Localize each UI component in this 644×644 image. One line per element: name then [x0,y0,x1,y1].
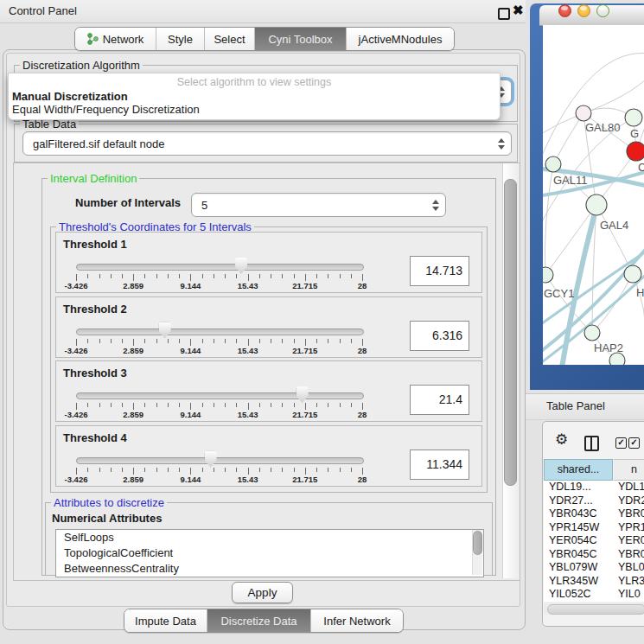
slider-thumb[interactable] [205,451,217,468]
apply-button[interactable]: Apply [232,582,293,603]
table-cell[interactable]: YBR0 [618,548,644,560]
slider-thumb[interactable] [296,386,309,403]
slider-thumb[interactable] [235,258,247,274]
slider-track[interactable] [76,392,364,399]
slider-tick-label: 21.715 [292,346,317,355]
threshold-value-field[interactable]: 6.316 [410,321,469,351]
tab-impute-data[interactable]: Impute Data [124,609,207,632]
network-node[interactable] [627,142,644,161]
checkbox-icon[interactable]: ✓ [615,437,627,449]
table-cell[interactable]: YBL079W [549,561,597,573]
combo-arrows-icon [492,138,511,150]
slider-tick-label: 9.144 [181,410,201,419]
tab-cyni-toolbox[interactable]: Cyni Toolbox [255,28,347,50]
slider-tick-label: 28 [358,410,367,419]
network-window-titlebar[interactable] [539,5,644,26]
slider-track[interactable] [76,264,364,271]
threshold-value-field[interactable]: 21.4 [410,385,469,415]
table-cell[interactable]: YDL19... [549,481,591,493]
table-cell[interactable]: YER054C [549,534,597,546]
table-data-combobox[interactable]: galFiltered.sif default node [22,131,512,156]
slider-thumb[interactable] [159,322,171,339]
tab-select[interactable]: Select [205,28,255,50]
number-of-intervals-combobox[interactable]: 5 [191,193,446,217]
threshold-row: Threshold 2-3.4262.8599.14415.4321.71528… [55,296,482,358]
network-node-label: C [638,161,644,174]
attributes-group-title: Attributes to discretize [51,496,167,509]
table-cell[interactable]: YBL0 [618,561,644,573]
float-window-icon[interactable] [498,8,510,20]
network-node[interactable] [545,156,561,172]
slider-tick-label: 21.715 [292,475,317,484]
tab-network[interactable]: Network [75,28,156,50]
tab-discretize-data[interactable]: Discretize Data [207,609,311,632]
column-header-name[interactable]: n [614,459,644,481]
threshold-value-field[interactable]: 14.713 [410,256,469,286]
table-cell[interactable]: YER0 [618,534,644,546]
tab-infer-network[interactable]: Infer Network [311,609,403,632]
node-table[interactable]: YDL19...YDL1YDR27...YDR2YBR043CYBR0YPR14… [544,481,644,602]
slider-tick-label: 2.859 [123,410,143,419]
table-cell[interactable]: YDR2 [618,494,644,507]
network-node[interactable] [543,267,553,283]
numerical-attributes-label: Numerical Attributes [52,512,162,525]
threshold-label: Threshold 4 [63,431,127,444]
table-cell[interactable]: YPR145W [549,521,599,533]
table-panel-title: Table Panel [546,399,605,412]
network-node[interactable] [584,325,600,341]
slider-tick-label: 15.43 [238,346,258,355]
gear-icon[interactable]: ⚙ [555,432,568,447]
network-node[interactable] [625,109,642,126]
table-cell[interactable]: YPR1 [618,521,644,533]
table-cell[interactable]: YDR27... [549,494,593,507]
slider-tick-label: 2.859 [123,281,143,290]
tab-style[interactable]: Style [156,28,205,50]
table-cell[interactable]: YLR345W [549,575,598,587]
slider-track[interactable] [76,457,364,464]
network-node[interactable] [576,105,591,121]
network-canvas[interactable]: GAL80GCGAL11GAL4GCY1HHAP2 [543,25,644,365]
split-columns-icon[interactable] [584,436,599,451]
number-of-intervals-label: Number of Intervals [75,196,181,209]
table-data-value: galFiltered.sif default node [23,137,492,150]
threshold-value-field[interactable]: 11.344 [410,450,469,480]
dropdown-option[interactable]: Manual Discretization [12,90,128,103]
slider-tick-label: -3.426 [65,346,88,355]
app-window: Control Panel ✖ Network Style Select Cyn… [0,0,644,644]
close-traffic-light[interactable] [558,4,571,17]
table-cell[interactable]: YBR045C [549,548,597,560]
table-cell[interactable]: YIL0 [618,588,641,600]
network-node[interactable] [609,353,625,365]
horizontal-scrollbar-thumb[interactable] [547,604,644,615]
slider-tick-label: 21.715 [292,410,317,419]
table-cell[interactable]: YBR043C [549,507,597,520]
close-icon[interactable]: ✖ [513,3,524,18]
column-header-shared[interactable]: shared... [544,459,613,481]
number-of-intervals-value: 5 [192,199,426,212]
threshold-label: Threshold 3 [63,367,127,379]
minimize-traffic-light[interactable] [577,4,590,17]
table-cell[interactable]: YLR3 [618,575,644,587]
dropdown-option[interactable]: Equal Width/Frequency Discretization [12,103,200,116]
slider-track[interactable] [76,328,364,335]
slider-tick-label: 15.43 [238,410,258,419]
table-cell[interactable]: YBR0 [618,507,644,520]
network-node-label: GAL4 [600,219,628,232]
control-panel-titlebar [0,0,526,23]
attribute-list-item[interactable]: TopologicalCoefficient [56,545,483,561]
bottom-tab-bar: Impute Data Discretize Data Infer Networ… [124,609,404,633]
network-node[interactable] [586,194,607,215]
zoom-traffic-light[interactable] [596,4,609,17]
table-cell[interactable]: YIL052C [549,588,591,600]
slider-tick-label: 9.144 [181,281,201,290]
network-node[interactable] [624,265,641,283]
network-node-label: G [630,127,639,140]
table-cell[interactable]: YDL1 [618,481,644,493]
list-scrollbar-thumb[interactable] [473,531,482,555]
checkbox-icon[interactable]: ✓ [628,437,640,449]
attribute-list-item[interactable]: BetweennessCentrality [56,561,483,577]
slider-tick-label: 2.859 [123,475,143,484]
attribute-list-item[interactable]: SelfLoops [56,530,483,545]
tab-jactivemnodules[interactable]: jActiveMNodules [347,28,454,50]
vertical-scrollbar-thumb[interactable] [504,179,517,486]
